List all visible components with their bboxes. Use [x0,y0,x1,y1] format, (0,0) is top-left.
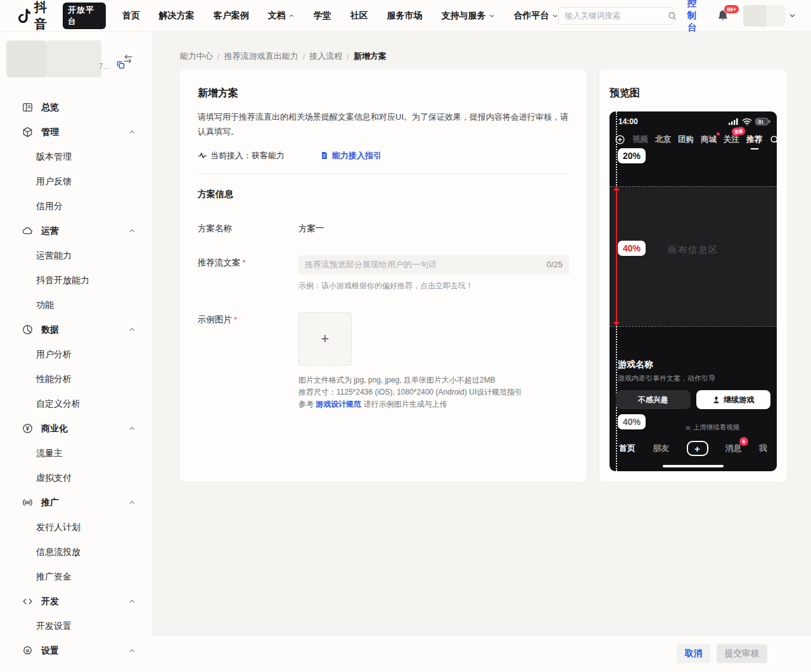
design-spec-link[interactable]: 游戏设计规范 [316,400,361,409]
phone-tab-北京[interactable]: 北京 [655,134,671,145]
sidebar-subitem-流量主[interactable]: 流量主 [0,441,152,466]
phone-bottom-tab-首页[interactable]: 首页 [619,443,635,454]
brand-badge: 开放平台 [63,3,106,29]
nav-item[interactable]: 首页 [122,10,140,22]
top-percent-chip: 20% [618,148,646,163]
phone-tab-关注[interactable]: 关注直播 [724,134,739,145]
chevron-down-icon [552,13,558,19]
plus-icon: + [321,332,329,346]
submit-review-button[interactable]: 提交审核 [717,644,767,663]
phone-search-icon[interactable] [769,134,777,145]
sidebar-item-设置[interactable]: 设置 [0,638,152,663]
sidebar-subitem-发行人计划[interactable]: 发行人计划 [0,515,152,540]
footer-action-bar: 取消 提交审核 [152,635,811,672]
sidebar-subitem-性能分析[interactable]: 性能分析 [0,367,152,391]
double-chevron-up-icon [685,424,691,431]
upload-hint-line: 推荐尺寸：1125*2436 (iOS), 1080*2400 (Android… [298,386,569,398]
feed-copy-input[interactable] [305,260,542,269]
data-icon [22,324,34,336]
sidebar-subitem-抖音开放能力[interactable]: 抖音开放能力 [0,268,152,293]
sidebar-item-label: 总览 [41,102,59,113]
phone-status-bar: 14:00 [618,117,770,126]
search-input[interactable] [565,11,667,20]
cancel-button[interactable]: 取消 [677,644,710,663]
chevron-down-icon[interactable] [789,12,796,19]
home-indicator [663,465,724,468]
sidebar-item-label: 设置 [41,645,59,657]
pulse-icon [198,151,207,160]
sidebar-item-商业化[interactable]: 商业化 [0,416,152,441]
sidebar-item-label: 管理 [41,127,59,138]
switch-app-icon[interactable] [122,53,134,65]
phone-tab-商城[interactable]: 商城 [701,134,717,145]
sidebar-item-开发[interactable]: 开发 [0,589,152,614]
current-access-text: 当前接入：获客能力 [210,150,284,162]
brand-logo[interactable]: 抖音 开放平台 [16,0,106,33]
nav-item[interactable]: 文档 [268,10,295,22]
avatar[interactable] [743,5,785,27]
canvas-region [610,186,777,326]
notification-bell[interactable]: 99+ [717,9,729,22]
breadcrumb-item[interactable]: 推荐流游戏直出能力 [224,51,298,62]
chevron-up-icon [288,13,295,19]
phone-tab-推荐[interactable]: 推荐 [746,134,762,145]
swipe-up-hint: 上滑继续看视频 [648,423,777,432]
search-icon[interactable] [667,11,677,21]
add-icon[interactable] [615,134,625,145]
sidebar-subitem-虚拟支付[interactable]: 虚拟支付 [0,466,152,490]
sidebar-subitem-运营能力[interactable]: 运营能力 [0,243,152,268]
sidebar-item-数据[interactable]: 数据 [0,317,152,342]
nav-item[interactable]: 客户案例 [214,10,249,22]
nav-item[interactable]: 合作平台 [514,10,558,22]
wifi-icon [742,118,752,125]
sidebar-subitem-信用分[interactable]: 信用分 [0,194,152,219]
breadcrumb-item[interactable]: 接入流程 [309,51,342,62]
topbar-search[interactable] [558,7,674,25]
douyin-note-icon [16,8,30,23]
sidebar-subitem-用户分析[interactable]: 用户分析 [0,342,152,367]
divider [198,174,569,174]
dislike-button[interactable]: 不感兴趣 [616,390,691,409]
continue-game-button[interactable]: 继续游戏 [696,390,771,409]
phone-bottom-tab-朋友[interactable]: 朋友 [653,443,669,454]
sidebar-subitem-信息流投放[interactable]: 信息流投放 [0,540,152,564]
nav-item[interactable]: 学堂 [314,10,331,22]
phone-create-button[interactable]: + [687,441,708,456]
feed-copy-label: 推荐流文案* [198,255,298,291]
console-link[interactable]: 控制台 [687,0,703,34]
sidebar-item-运营[interactable]: 运营 [0,219,152,243]
sidebar-item-总览[interactable]: 总览 [0,95,152,120]
sidebar-subitem-推广资金[interactable]: 推广资金 [0,564,152,589]
sidebar-subitem-开发设置[interactable]: 开发设置 [0,614,152,638]
example-image-row: 示例图片* + 图片文件格式为 jpg, png, jpeg, 且单张图片大小不… [198,312,569,411]
nav-item[interactable]: 支持与服务 [442,10,495,22]
phone-tab-视频[interactable]: 视频 [632,134,648,145]
sidebar-item-推广[interactable]: 推广 [0,490,152,515]
upload-ref-line: 参考 游戏设计规范 进行示例图片生成与上传 [298,398,569,410]
phone-tab-团购[interactable]: 团购 [678,134,694,145]
page-title: 新增方案 [198,87,569,100]
nav-item[interactable]: 解决方案 [159,10,195,22]
commercial-icon [22,422,34,434]
document-icon [320,151,329,160]
nav-item-label: 客户案例 [214,10,249,22]
app-avatar [6,41,47,77]
topbar-nav: 首页解决方案客户案例文档学堂社区服务市场支持与服务合作平台 [122,10,558,22]
nav-item[interactable]: 服务市场 [387,10,423,22]
preview-title: 预览图 [610,79,777,100]
sidebar-subitem-版本管理[interactable]: 版本管理 [0,144,152,169]
sidebar-subitem-自定义分析[interactable]: 自定义分析 [0,391,152,416]
phone-bottom-tabbar: 首页朋友+消息6我 [610,436,777,461]
breadcrumb-item[interactable]: 能力中心 [180,51,213,62]
feed-copy-hint: 示例：该小游戏根据你的偏好推荐，点击立即去玩！ [298,281,569,291]
image-upload-button[interactable]: + [298,312,352,365]
guide-link[interactable]: 能力接入指引 [320,150,381,162]
upload-hint-lines: 图片文件格式为 jpg, png, jpeg, 且单张图片大小不超过2MB推荐尺… [298,374,569,398]
phone-bottom-tab-我[interactable]: 我 [759,443,767,454]
promotion-icon [22,497,34,509]
phone-bottom-tab-消息[interactable]: 消息6 [725,443,742,454]
nav-item[interactable]: 社区 [350,10,368,22]
sidebar-subitem-用户反馈[interactable]: 用户反馈 [0,169,152,194]
sidebar-item-管理[interactable]: 管理 [0,120,152,144]
sidebar-subitem-功能[interactable]: 功能 [0,293,152,317]
